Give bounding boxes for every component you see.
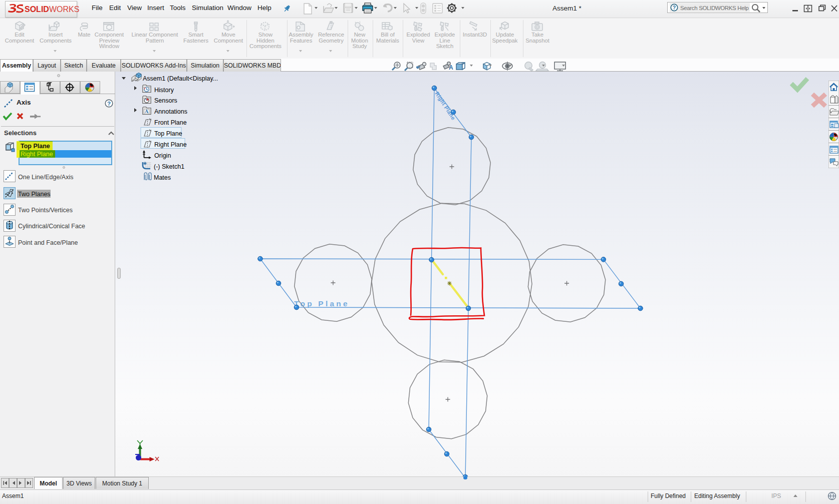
svg-text:A: A bbox=[449, 64, 453, 71]
svg-text:?: ? bbox=[107, 101, 111, 107]
svg-text:?: ? bbox=[673, 5, 676, 11]
svg-text:Top Plane: Top Plane bbox=[294, 299, 350, 308]
svg-text:SOLIDWORKS: SOLIDWORKS bbox=[25, 5, 79, 14]
svg-text:Right Plane: Right Plane bbox=[434, 91, 456, 121]
svg-text:A: A bbox=[145, 109, 149, 114]
